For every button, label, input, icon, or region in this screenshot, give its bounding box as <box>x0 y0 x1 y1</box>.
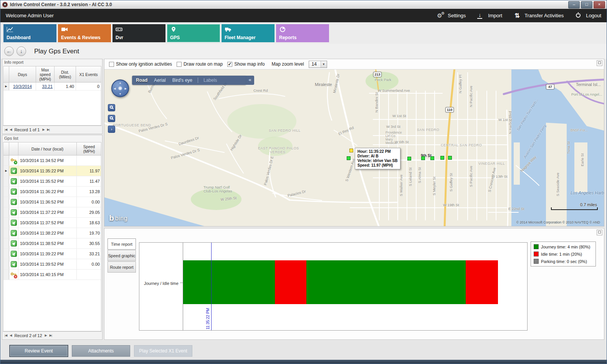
minimize-button[interactable]: – <box>568 1 580 8</box>
row-indicator <box>3 197 9 207</box>
checkbox-draw-route-on-map[interactable]: Draw route on map <box>177 61 223 67</box>
route-shield: 110 <box>445 107 454 113</box>
collapse-panel-button[interactable] <box>597 60 602 66</box>
tab-time-report[interactable]: Time report <box>108 238 136 250</box>
map-style-options: RoadAerialBird's eyeLabels <box>136 78 217 83</box>
last-page-button[interactable]: ▶| <box>47 128 50 131</box>
last-page-button[interactable]: ▶| <box>50 334 52 337</box>
down-button[interactable]: ↓ <box>17 46 26 56</box>
expand-controls-button[interactable]: › <box>108 126 115 133</box>
map-mode-aerial[interactable]: Aerial <box>154 78 166 83</box>
chart-legend: Journey time: 4 min (80%)Idle time: 1 mi… <box>531 242 596 266</box>
gps-list-row[interactable]: +10/3/2014 11:34:52 PM <box>3 156 101 166</box>
map-canvas[interactable]: RoadAerialBird's eyeLabels « ▲ ▼ ◀ ▶ › b… <box>104 69 604 226</box>
import-button[interactable]: ↓Import <box>477 12 502 19</box>
nav-tile-reports[interactable]: Reports <box>276 24 329 42</box>
map-mode-labels[interactable]: Labels <box>198 78 217 83</box>
back-button[interactable]: ← <box>4 46 14 56</box>
route-point-marker[interactable] <box>448 156 452 160</box>
info-report-row[interactable]: ▶10/3/201433.211.400 <box>3 83 101 91</box>
bing-logo[interactable]: b bing <box>109 215 127 222</box>
gps-list-row[interactable]: 10/3/2014 11:39:22 PM33.21 <box>3 249 101 259</box>
pan-left-icon[interactable]: ◀ <box>114 87 116 90</box>
prev-page-button[interactable]: ◀ <box>10 128 12 131</box>
gps-list-row[interactable]: 10/3/2014 11:38:22 PM19.70 <box>3 228 101 238</box>
checkbox-show-only-ignition-activities[interactable]: Show only ignition activities <box>109 61 172 67</box>
gps-speed: 18.63 <box>77 218 101 228</box>
route-point-marker[interactable] <box>347 156 351 160</box>
nav-tile-events[interactable]: Events & Reviews <box>58 24 111 42</box>
pie-chart-icon <box>279 26 286 32</box>
nav-tile-label: Reports <box>279 35 296 40</box>
nav-tile-gps[interactable]: GPS <box>167 24 220 42</box>
collapse-panel-button[interactable] <box>597 230 602 235</box>
legend-item-parking: Parking time: 0 sec (0%) <box>534 259 593 264</box>
max-speed-link[interactable]: 33.21 <box>36 83 55 90</box>
map-label: S Gaffey St <box>449 173 453 192</box>
zoom-level-label: Map zoom level <box>272 61 304 67</box>
gps-list-row[interactable]: 10/3/2014 11:36:22 PM13.28 <box>3 187 101 197</box>
gps-list-row[interactable]: ×10/3/2014 11:40:15 PM <box>3 270 101 280</box>
collapse-map-bar-button[interactable]: « <box>246 76 254 85</box>
gps-row-icon-cell: × <box>9 270 18 280</box>
pan-right-icon[interactable]: ▶ <box>125 87 127 90</box>
gps-column-header: Date / hour (local) <box>18 142 77 156</box>
chevron-down-icon: ▾ <box>321 61 327 68</box>
route-point-marker[interactable] <box>421 156 425 160</box>
prev-page-button[interactable]: ◀ <box>10 334 12 337</box>
nav-tile-dashboard[interactable]: Dashboard <box>3 24 56 42</box>
nav-tile-dvr[interactable]: Dvr <box>112 24 165 42</box>
tab-route-report[interactable]: Route report <box>108 261 136 273</box>
route-point-marker[interactable] <box>440 156 444 160</box>
map-label: SAN PEDRO HILL <box>269 129 301 132</box>
next-page-button[interactable]: ▶ <box>45 334 47 337</box>
row-indicator <box>3 176 9 186</box>
checkbox-show-map-info[interactable]: ✓Show map info <box>227 61 265 67</box>
close-button[interactable]: × <box>594 1 605 8</box>
day-link[interactable]: 10/3/2014 <box>9 83 36 90</box>
gps-list-row[interactable]: 10/3/2014 11:39:52 PM0.00 <box>3 259 101 270</box>
route-point-marker[interactable] <box>407 157 411 160</box>
gps-date: 10/3/2014 11:37:22 PM <box>18 207 77 217</box>
pan-down-icon[interactable]: ▼ <box>119 93 122 95</box>
map-label: Tuna St <box>567 141 571 154</box>
zoom-in-button[interactable] <box>108 104 115 111</box>
compass-center[interactable] <box>118 86 122 90</box>
next-page-button[interactable]: ▶ <box>42 128 44 131</box>
bing-b-icon: b <box>109 215 114 222</box>
route-point-marker[interactable] <box>430 156 434 160</box>
attachments-button[interactable]: Attachments <box>72 345 130 357</box>
gps-list-row[interactable]: 10/3/2014 11:37:22 PM29.05 <box>3 207 101 218</box>
first-page-button[interactable]: |◀ <box>5 128 7 131</box>
nav-tile-label: Dvr <box>116 35 123 40</box>
line-chart-icon <box>7 26 13 32</box>
review-event-button[interactable]: Review Event <box>10 345 68 357</box>
nav-tile-fleet[interactable]: Fleet Manager <box>222 24 275 42</box>
row-indicator <box>3 259 9 269</box>
settings-button[interactable]: ⚙⚙Settings <box>437 12 466 19</box>
gps-list-row[interactable]: 10/3/2014 11:37:52 PM18.63 <box>3 218 101 228</box>
gps-list-row[interactable]: 10/3/2014 11:38:52 PM30.55 <box>3 238 101 249</box>
transfer-button[interactable]: ⇅Transfer Activities <box>514 12 564 19</box>
gps-speed: 19.70 <box>77 228 101 238</box>
zoom-level-select[interactable]: 14 ▾ <box>309 61 327 68</box>
pan-up-icon[interactable]: ▲ <box>119 81 122 84</box>
zoom-out-button[interactable] <box>108 115 115 122</box>
first-page-button[interactable]: |◀ <box>5 334 7 337</box>
gps-list-row[interactable]: 10/3/2014 11:36:52 PM0.00 <box>3 197 101 207</box>
checkbox-label: Show map info <box>234 61 265 67</box>
maximize-button[interactable]: □ <box>581 1 592 8</box>
map-mode-bird-s-eye[interactable]: Bird's eye <box>172 78 192 83</box>
map-pan-compass[interactable]: ▲ ▼ ◀ ▶ <box>111 79 129 97</box>
gps-list-row[interactable]: 10/3/2014 11:35:52 PM11.47 <box>3 176 101 187</box>
gps-row-icon-cell <box>9 228 18 238</box>
logout-button[interactable]: Logout <box>575 12 601 19</box>
bar-segment-journey <box>306 260 465 304</box>
gps-list-pager: |◀ ◀ Record 2 of 12 ▶ ▶| <box>3 331 102 339</box>
tab-speed-graphic[interactable]: Speed graphic <box>108 250 136 261</box>
gps-speed <box>77 270 101 280</box>
gps-list-row[interactable]: ▶10/3/2014 11:35:22 PM11.97 <box>3 166 101 176</box>
selected-point-marker[interactable] <box>349 149 353 152</box>
map-mode-road[interactable]: Road <box>136 78 147 83</box>
info-column-header: Dist. (Miles) <box>55 66 76 83</box>
